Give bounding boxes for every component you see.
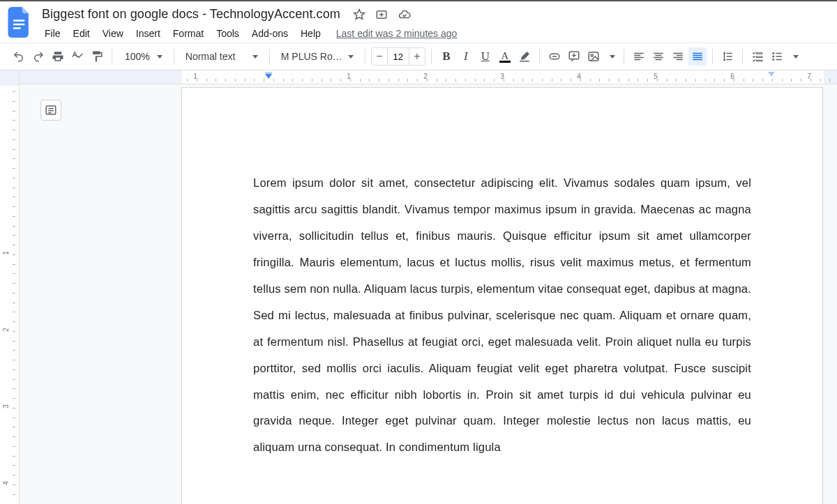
- menu-file[interactable]: File: [39, 26, 66, 40]
- font-size-input[interactable]: [387, 48, 409, 65]
- document-canvas[interactable]: Lorem ipsum dolor sit amet, consectetur …: [20, 84, 837, 504]
- body-paragraph[interactable]: Lorem ipsum dolor sit amet, consectetur …: [253, 170, 751, 461]
- chevron-down-icon: [348, 55, 354, 59]
- add-comment-button[interactable]: [565, 47, 583, 66]
- star-icon[interactable]: [353, 8, 365, 21]
- highlight-color-button[interactable]: [515, 47, 534, 66]
- chevron-down-icon: [157, 55, 163, 59]
- underline-button[interactable]: U: [476, 47, 495, 66]
- indent-right-marker[interactable]: [768, 72, 775, 77]
- horizontal-ruler-row: 11234567: [0, 70, 837, 84]
- bulleted-list-dropdown[interactable]: [787, 47, 801, 66]
- checklist-button[interactable]: [748, 47, 767, 66]
- italic-button[interactable]: I: [457, 47, 475, 66]
- menu-insert[interactable]: Insert: [130, 26, 166, 40]
- menu-addons[interactable]: Add-ons: [246, 26, 294, 40]
- ruler-corner: [0, 70, 20, 84]
- cloud-saved-icon[interactable]: [398, 8, 412, 21]
- vertical-ruler[interactable]: 1234: [0, 84, 20, 504]
- title-row: Biggest font on google docs - Technology…: [39, 6, 830, 23]
- zoom-dropdown[interactable]: 100%: [121, 47, 165, 66]
- font-family-dropdown[interactable]: M PLUS Ro…: [276, 47, 359, 66]
- workspace: 1234 Lorem ipsum dolor sit amet, consect…: [0, 84, 837, 504]
- paint-format-button[interactable]: [88, 47, 106, 66]
- print-button[interactable]: [49, 47, 67, 66]
- title-area: Biggest font on google docs - Technology…: [39, 6, 830, 41]
- last-edit-link[interactable]: Last edit was 2 minutes ago: [336, 28, 458, 39]
- menu-edit[interactable]: Edit: [68, 26, 96, 40]
- spellcheck-button[interactable]: [68, 47, 86, 66]
- separator: [365, 49, 365, 64]
- move-icon[interactable]: [375, 8, 388, 21]
- bulleted-list-button[interactable]: [768, 47, 786, 66]
- separator: [539, 49, 540, 64]
- chevron-down-icon: [610, 55, 615, 59]
- docs-logo-icon[interactable]: [6, 6, 33, 39]
- separator: [624, 49, 624, 64]
- toolbar: 100% Normal text M PLUS Ro… − + B I U A: [0, 43, 837, 70]
- font-size-increase[interactable]: +: [409, 50, 425, 63]
- paragraph-style-dropdown[interactable]: Normal text: [180, 47, 264, 66]
- svg-rect-5: [589, 52, 598, 61]
- document-outline-button[interactable]: [40, 100, 61, 121]
- separator: [112, 49, 112, 64]
- page[interactable]: Lorem ipsum dolor sit amet, consectetur …: [181, 87, 823, 504]
- align-left-button[interactable]: [630, 47, 648, 66]
- paragraph-style-value: Normal text: [186, 51, 236, 62]
- menubar: File Edit View Insert Format Tools Add-o…: [39, 26, 830, 41]
- chevron-down-icon: [793, 55, 799, 59]
- align-center-button[interactable]: [649, 47, 668, 66]
- insert-link-button[interactable]: [545, 47, 564, 66]
- chevron-down-icon: [252, 55, 258, 59]
- horizontal-ruler[interactable]: 11234567: [20, 70, 837, 84]
- svg-rect-2: [13, 27, 21, 29]
- text-color-button[interactable]: A: [496, 47, 514, 66]
- svg-point-9: [772, 59, 774, 61]
- indent-left-marker[interactable]: [265, 72, 272, 79]
- separator: [174, 49, 174, 64]
- insert-image-button[interactable]: [585, 47, 603, 66]
- title-icons: [353, 8, 412, 21]
- svg-rect-0: [13, 20, 25, 21]
- menu-help[interactable]: Help: [295, 26, 326, 40]
- menu-view[interactable]: View: [97, 26, 129, 40]
- svg-point-6: [591, 54, 593, 56]
- font-family-value: M PLUS Ro…: [281, 51, 342, 62]
- menu-format[interactable]: Format: [167, 26, 209, 40]
- insert-image-dropdown[interactable]: [604, 47, 618, 66]
- align-right-button[interactable]: [669, 47, 687, 66]
- align-justify-button[interactable]: [688, 47, 707, 66]
- zoom-value: 100%: [123, 51, 151, 62]
- menu-tools[interactable]: Tools: [211, 26, 245, 40]
- svg-point-8: [772, 56, 774, 58]
- separator: [712, 49, 713, 64]
- separator: [742, 49, 743, 64]
- line-spacing-button[interactable]: [718, 47, 737, 66]
- separator: [269, 49, 270, 64]
- svg-rect-1: [13, 24, 25, 25]
- font-size-group: − +: [371, 47, 425, 66]
- undo-button[interactable]: [10, 47, 28, 66]
- separator: [431, 49, 432, 64]
- font-size-decrease[interactable]: −: [372, 50, 387, 63]
- header: Biggest font on google docs - Technology…: [0, 1, 837, 43]
- document-title[interactable]: Biggest font on google docs - Technology…: [39, 6, 343, 23]
- redo-button[interactable]: [29, 47, 47, 66]
- bold-button[interactable]: B: [437, 47, 455, 66]
- svg-point-7: [772, 52, 774, 54]
